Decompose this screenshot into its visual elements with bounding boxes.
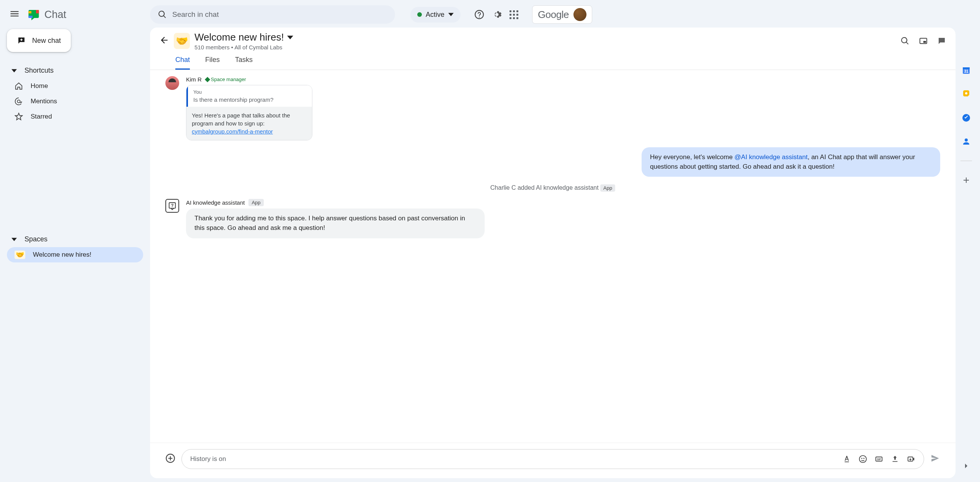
svg-rect-2 [923,41,926,43]
chat-logo[interactable]: Chat [27,8,66,21]
nav-home-label: Home [31,82,48,90]
send-button[interactable] [930,453,940,465]
message-kim: Kim R Space manager You Is there a mento… [165,76,940,140]
nav-mentions[interactable]: Mentions [7,94,143,109]
svg-point-6 [859,456,866,462]
author-name: Kim R [186,76,202,83]
bot-message-text: Thank you for adding me to this space. I… [186,208,485,238]
google-logo-text: Google [538,9,569,21]
composer-placeholder: History is on [190,455,226,463]
svg-point-7 [861,458,862,459]
app-badge: App [248,199,263,206]
spaces-section[interactable]: Spaces [7,231,143,247]
keep-icon[interactable] [962,90,971,99]
star-icon [15,112,23,121]
pip-icon[interactable] [919,36,928,46]
quote-text: Is there a mentorship program? [193,96,307,103]
chat-logo-icon [27,8,41,21]
video-upload-icon[interactable] [907,455,915,463]
space-title-dropdown[interactable]: Welcome new hires! [194,31,293,43]
system-message: Charlie C added AI knowledge assistant A… [165,184,940,191]
svg-point-16 [962,114,970,122]
status-selector[interactable]: Active [410,7,461,23]
svg-text:31: 31 [964,69,969,73]
svg-text:GIF: GIF [877,458,881,461]
mentor-link[interactable]: cymbalgroup.com/find-a-mentor [192,128,273,135]
status-label: Active [426,11,444,19]
contacts-icon[interactable] [962,137,971,146]
settings-icon[interactable] [492,10,502,20]
mention-icon [15,97,23,106]
calendar-icon[interactable]: 31 [962,66,971,75]
user-avatar [573,8,586,21]
app-name: Chat [44,9,66,21]
add-button[interactable] [165,453,175,465]
new-chat-label: New chat [32,37,61,45]
new-chat-button[interactable]: New chat [7,29,71,52]
apps-icon[interactable] [510,10,518,19]
nav-starred[interactable]: Starred [7,109,143,124]
new-chat-icon [17,36,26,45]
author-name: AI knowledge assistant [186,199,245,206]
chevron-down-icon [11,237,17,242]
nav-mentions-label: Mentions [31,98,57,105]
help-icon[interactable] [474,10,484,20]
space-manager-badge: Space manager [206,77,246,82]
chevron-down-icon [11,68,17,73]
shortcuts-section[interactable]: Shortcuts [7,63,143,78]
search-icon [158,10,167,19]
space-subtitle: 510 members • All of Cymbal Labs [194,44,293,50]
gif-icon[interactable]: GIF [875,455,883,463]
home-icon [15,82,23,90]
main-menu-icon[interactable] [9,8,20,21]
space-item-welcome[interactable]: 🤝 Welcome new hires! [7,247,143,262]
collapse-panel-icon[interactable] [962,461,971,471]
quote-author: You [193,89,307,95]
chevron-down-icon [287,34,293,41]
add-panel-icon[interactable] [962,176,971,185]
nav-starred-label: Starred [31,113,52,120]
message-bot: ? AI knowledge assistant App Thank you f… [165,199,940,238]
svg-point-0 [475,10,483,19]
handshake-icon: 🤝 [15,251,25,259]
search-input[interactable]: Search in chat [150,5,395,24]
tasks-icon[interactable] [962,113,971,122]
quoted-reply[interactable]: You Is there a mentorship program? Yes! … [186,85,312,140]
upload-icon[interactable] [891,455,899,463]
reply-text: Yes! Here's a page that talks about the … [186,107,312,140]
search-in-space-icon[interactable] [900,36,910,46]
chevron-down-icon [448,12,454,17]
google-account[interactable]: Google [532,5,592,24]
tab-files[interactable]: Files [205,56,220,70]
tab-tasks[interactable]: Tasks [235,56,253,70]
active-dot-icon [417,12,422,17]
back-button[interactable] [159,35,169,47]
thread-icon[interactable] [937,36,946,46]
app-badge: App [600,184,615,192]
search-placeholder: Search in chat [172,10,219,19]
format-icon[interactable] [843,455,851,463]
mention-ai[interactable]: @AI knowledge assistant [735,153,808,161]
svg-point-15 [965,92,967,94]
svg-point-8 [863,458,864,459]
emoji-icon[interactable] [859,455,867,463]
tab-chat[interactable]: Chat [175,56,190,70]
space-item-label: Welcome new hires! [33,251,91,259]
shortcuts-label: Shortcuts [24,67,54,75]
own-message: Hey everyone, let's welcome @AI knowledg… [642,147,940,177]
avatar-kim [165,76,179,90]
space-icon: 🤝 [174,33,190,49]
message-input[interactable]: History is on GIF [181,449,924,469]
avatar-bot: ? [165,199,179,213]
space-title: Welcome new hires! [194,31,284,43]
spaces-label: Spaces [24,235,47,243]
svg-text:?: ? [171,203,174,208]
nav-home[interactable]: Home [7,78,143,94]
